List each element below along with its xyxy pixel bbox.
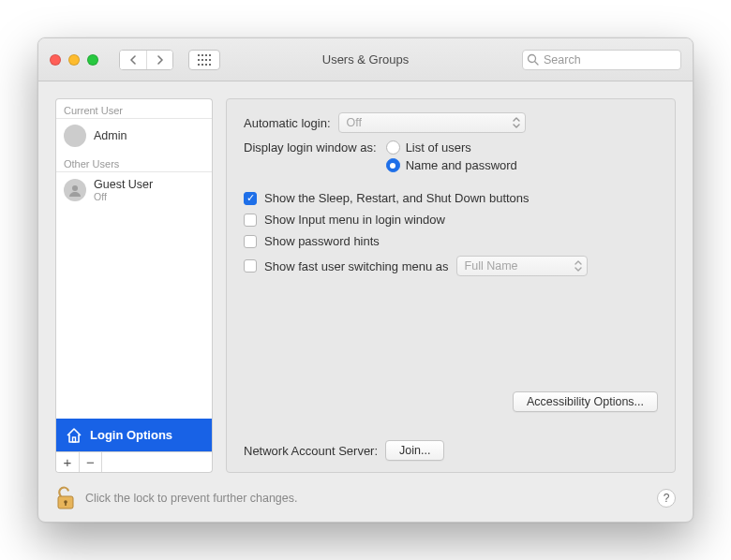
svg-line-13: [535, 61, 539, 65]
display-login-radiogroup: List of users Name and password: [386, 140, 517, 172]
add-remove-spacer: [101, 452, 212, 472]
avatar: [64, 125, 86, 147]
svg-rect-7: [209, 59, 211, 61]
zoom-window-button[interactable]: [87, 54, 98, 66]
checkbox-sleep-restart[interactable]: ✓ Show the Sleep, Restart, and Shut Down…: [244, 191, 658, 205]
svg-rect-9: [201, 64, 203, 66]
checkbox-indicator: ✓: [244, 192, 257, 205]
forward-button[interactable]: [146, 51, 172, 69]
sidebar-item-label: Login Options: [90, 428, 172, 442]
radio-indicator: [386, 158, 400, 172]
preferences-window: Users & Groups Current User Admin Other …: [37, 37, 694, 523]
checkbox-fast-user-switching[interactable]: Show fast user switching menu as: [244, 259, 449, 273]
svg-rect-3: [209, 54, 211, 56]
avatar: [64, 179, 86, 201]
checkbox-indicator: [244, 235, 257, 248]
add-user-button[interactable]: +: [56, 452, 79, 472]
checkbox-indicator: [244, 214, 257, 227]
radio-label: Name and password: [406, 158, 517, 172]
sidebar-item-guest-user[interactable]: Guest User Off: [56, 172, 212, 208]
svg-rect-0: [198, 54, 200, 56]
close-window-button[interactable]: [50, 54, 61, 66]
user-status: Off: [94, 191, 153, 202]
nav-back-forward: [119, 50, 173, 70]
user-name: Admin: [94, 129, 127, 142]
display-login-label: Display login window as:: [244, 140, 377, 155]
add-remove-bar: + −: [55, 452, 213, 473]
fast-user-switch-select[interactable]: Full Name: [456, 256, 588, 276]
automatic-login-select[interactable]: Off: [338, 112, 526, 133]
back-button[interactable]: [120, 51, 146, 69]
window-controls: [50, 54, 98, 66]
show-all-button[interactable]: [188, 50, 220, 70]
chevron-updown-icon: [512, 115, 521, 133]
footer: Click the lock to prevent further change…: [38, 480, 693, 522]
sidebar-item-login-options[interactable]: Login Options: [55, 419, 213, 452]
sidebar-heading-current-user: Current User: [56, 99, 212, 119]
svg-point-14: [72, 185, 78, 191]
network-account-label: Network Account Server:: [244, 444, 378, 458]
login-options-card: Automatic login: Off Display login windo…: [226, 98, 676, 473]
button-label: Accessibility Options...: [527, 395, 644, 408]
svg-rect-8: [198, 64, 200, 66]
button-label: Join...: [399, 444, 430, 457]
svg-rect-4: [198, 59, 200, 61]
minimize-window-button[interactable]: [68, 54, 80, 66]
checkbox-input-menu[interactable]: Show Input menu in login window: [244, 213, 658, 227]
row-fast-user-switching: Show fast user switching menu as Full Na…: [244, 256, 658, 276]
svg-rect-10: [205, 64, 207, 66]
user-list: Current User Admin Other Users Guest Use…: [55, 98, 213, 419]
search-field-wrap: [522, 50, 681, 70]
automatic-login-label: Automatic login:: [244, 116, 331, 130]
checkbox-password-hints[interactable]: Show password hints: [244, 234, 658, 248]
radio-indicator: [386, 140, 400, 155]
person-icon: [68, 184, 82, 197]
content-body: Current User Admin Other Users Guest Use…: [38, 81, 693, 480]
user-meta: Admin: [94, 129, 127, 142]
search-icon: [527, 53, 539, 66]
select-value: Off: [347, 116, 362, 129]
chevron-updown-icon: [574, 258, 583, 276]
svg-rect-2: [205, 54, 207, 56]
lock-hint-text: Click the lock to prevent further change…: [85, 492, 298, 505]
radio-name-and-password[interactable]: Name and password: [386, 158, 517, 172]
svg-rect-18: [65, 502, 67, 506]
svg-rect-6: [205, 59, 207, 61]
chevron-right-icon: [156, 55, 164, 65]
remove-user-button[interactable]: −: [79, 452, 101, 472]
svg-rect-5: [201, 59, 203, 61]
search-input[interactable]: [522, 50, 681, 70]
select-value: Full Name: [465, 259, 518, 273]
grid-icon: [198, 54, 211, 66]
main-pane: Automatic login: Off Display login windo…: [226, 98, 676, 473]
radio-label: List of users: [406, 140, 471, 155]
chevron-left-icon: [129, 55, 138, 65]
row-network-account: Network Account Server: Join...: [244, 440, 658, 461]
svg-rect-1: [201, 54, 203, 56]
accessibility-options-button[interactable]: Accessibility Options...: [513, 391, 658, 412]
user-meta: Guest User Off: [94, 178, 153, 202]
radio-list-of-users[interactable]: List of users: [386, 140, 517, 155]
lock-icon[interactable]: [55, 486, 76, 510]
row-accessibility: Accessibility Options...: [244, 391, 658, 412]
checkbox-label: Show Input menu in login window: [264, 213, 445, 227]
sidebar-heading-other-users: Other Users: [56, 153, 212, 172]
row-display-login: Display login window as: List of users N…: [244, 140, 658, 172]
home-icon: [66, 427, 82, 444]
sidebar-item-current-user[interactable]: Admin: [56, 119, 212, 153]
checkbox-label: Show the Sleep, Restart, and Shut Down b…: [264, 191, 530, 205]
checkbox-indicator: [244, 259, 257, 273]
checkbox-label: Show fast user switching menu as: [264, 259, 449, 273]
row-automatic-login: Automatic login: Off: [244, 112, 658, 133]
titlebar: Users & Groups: [38, 38, 693, 81]
sidebar: Current User Admin Other Users Guest Use…: [55, 98, 213, 473]
help-button[interactable]: ?: [657, 489, 676, 508]
checkbox-label: Show password hints: [264, 234, 380, 248]
join-button[interactable]: Join...: [385, 440, 444, 461]
user-name: Guest User: [94, 178, 153, 191]
svg-rect-11: [209, 64, 211, 66]
